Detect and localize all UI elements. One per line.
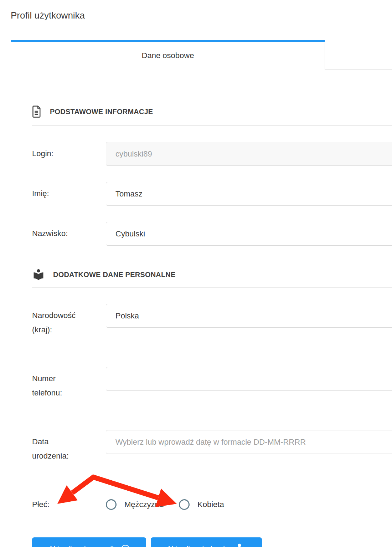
person-lock-icon [235,543,246,547]
form-row-last-name: Nazwisko: [32,222,392,246]
birth-date-label: Data urodzenia: [32,430,106,463]
profile-form: PODSTAWOWE INFORMACJE Login: Imię: Nazwi… [0,105,392,547]
first-name-label: Imię: [32,182,106,206]
login-label: Login: [32,142,106,166]
update-password-button[interactable]: Aktualizacja hasła [151,537,262,547]
update-password-label: Aktualizacja hasła [166,545,229,547]
login-input[interactable] [106,142,392,166]
radio-female[interactable] [179,499,190,510]
tab-label: Dane osobowe [142,51,194,60]
at-icon: @ [120,543,130,547]
person-book-icon [32,268,45,281]
nationality-input[interactable] [106,304,392,328]
last-name-input[interactable] [106,222,392,246]
first-name-input[interactable] [106,182,392,206]
page-title: Profil użytkownika [11,9,392,21]
form-row-nationality: Narodowość (kraj): [32,304,392,337]
phone-label: Numer telefonu: [32,367,106,400]
nationality-label: Narodowość (kraj): [32,304,106,337]
section-header-personal: DODATKOWE DANE PERSONALNE [32,268,392,281]
radio-female-label: Kobieta [197,500,224,509]
update-email-button[interactable]: Aktualizacja e-mail @ [32,537,146,547]
section-header-basic: PODSTAWOWE INFORMACJE [32,105,392,118]
last-name-label: Nazwisko: [32,222,106,246]
section-title: PODSTAWOWE INFORMACJE [50,108,153,116]
form-actions: Aktualizacja e-mail @ Aktualizacja hasła [32,537,392,547]
radio-male[interactable] [106,499,117,510]
birth-date-input[interactable] [106,430,392,454]
tab-bar-filler [325,40,392,70]
phone-input[interactable] [106,367,392,391]
section-divider [32,125,392,126]
form-row-birth-date: Data urodzenia: [32,430,392,463]
tab-bar: Dane osobowe [0,40,392,70]
document-icon [32,106,42,118]
form-row-gender: Płeć: Mężczyzna Kobieta [32,497,392,512]
radio-male-label: Mężczyzna [124,500,164,509]
form-row-first-name: Imię: [32,182,392,206]
section-divider [32,287,392,288]
gender-option-male[interactable]: Mężczyzna [106,499,164,510]
form-row-login: Login: [32,142,392,166]
update-email-label: Aktualizacja e-mail [48,545,114,547]
section-title: DODATKOWE DANE PERSONALNE [53,271,176,279]
tab-dane-osobowe[interactable]: Dane osobowe [11,40,325,70]
form-row-phone: Numer telefonu: [32,367,392,400]
gender-label: Płeć: [32,500,106,509]
gender-option-female[interactable]: Kobieta [179,499,224,510]
